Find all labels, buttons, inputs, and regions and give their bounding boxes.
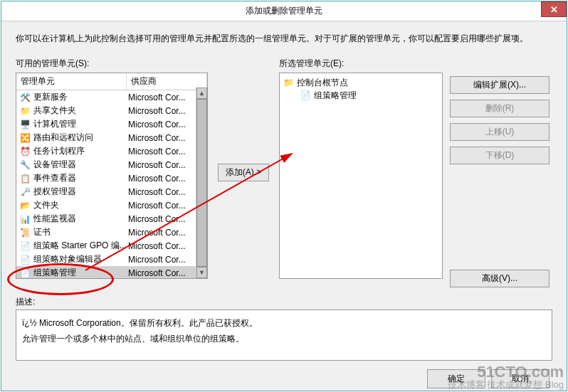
selected-label: 所选管理单元(E): <box>279 58 443 70</box>
list-item[interactable]: 🖥️计算机管理Microsoft Cor... <box>16 117 207 131</box>
snapin-name: 共享文件夹 <box>33 105 76 117</box>
snapin-icon: 🔀 <box>19 132 31 144</box>
snapin-name: 路由和远程访问 <box>33 132 93 144</box>
snapin-icon: ⏰ <box>19 146 31 157</box>
snapin-name: 计算机管理 <box>33 118 76 130</box>
snapin-icon: 🖥️ <box>19 119 31 130</box>
list-item[interactable]: 📊性能监视器Microsoft Cor... <box>16 212 207 226</box>
list-item[interactable]: 📋事件查看器Microsoft Cor... <box>16 171 207 185</box>
snapin-icon: 📜 <box>19 227 31 238</box>
snapin-name: 组策略管理 <box>33 267 76 278</box>
snapin-name: 文件夹 <box>33 199 59 211</box>
list-item[interactable]: ⏰任务计划程序Microsoft Cor... <box>16 144 207 158</box>
ok-button[interactable]: 确定 <box>427 369 485 388</box>
titlebar: 添加或删除管理单元 ✕ <box>1 1 567 21</box>
list-item[interactable]: 🛠️更新服务Microsoft Cor... <box>16 90 207 104</box>
tree-item[interactable]: 📄组策略管理 <box>283 89 439 102</box>
list-item[interactable]: 📁共享文件夹Microsoft Cor... <box>16 104 207 117</box>
list-item[interactable]: 📂文件夹Microsoft Cor... <box>16 198 207 212</box>
snapin-icon: 📁 <box>19 105 31 117</box>
tree-item-label: 组策略管理 <box>314 90 357 102</box>
list-item[interactable]: 🔧设备管理器Microsoft Cor... <box>16 158 207 171</box>
add-button[interactable]: 添加(A) > <box>218 164 269 181</box>
snapin-icon: 📄 <box>19 267 31 279</box>
scroll-up-icon[interactable]: ▲ <box>196 88 207 99</box>
list-item[interactable]: 📄组策略管理Microsoft Cor... <box>16 266 207 278</box>
snapin-name: 设备管理器 <box>33 159 76 171</box>
snapin-name: 证书 <box>33 226 51 238</box>
list-header: 管理单元 供应商 <box>16 73 207 90</box>
snapin-name: 组策略对象编辑器 <box>33 253 102 265</box>
dialog-window: 添加或删除管理单元 ✕ 你可以在计算机上为此控制台选择可用的管理单元并配置所选的… <box>1 1 567 391</box>
folder-icon: 📁 <box>283 77 294 88</box>
instruction-text: 你可以在计算机上为此控制台选择可用的管理单元并配置所选的一组管理单元。对于可扩展… <box>16 33 552 45</box>
move-down-button[interactable]: 下移(D) <box>450 147 549 164</box>
remove-button[interactable]: 删除(R) <box>450 100 549 117</box>
snapin-icon: 🗝️ <box>19 186 31 198</box>
snapin-icon: 📊 <box>19 213 31 225</box>
scroll-down-icon[interactable]: ▼ <box>196 267 207 278</box>
snapin-icon: 📂 <box>19 200 31 211</box>
advanced-button[interactable]: 高级(V)... <box>450 270 549 287</box>
list-item[interactable]: 📜证书Microsoft Cor... <box>16 226 207 239</box>
snapin-name: 任务计划程序 <box>33 145 85 157</box>
snapin-icon: 📄 <box>19 240 31 252</box>
cancel-button[interactable]: 取消 <box>491 369 549 388</box>
description-line1: ï¿½ Microsoft Corporation。保留所有权利。此产品已获授权… <box>22 316 546 332</box>
folder-icon: 📄 <box>300 90 311 101</box>
edit-extensions-button[interactable]: 编辑扩展(X)... <box>450 76 549 94</box>
column-snapin[interactable]: 管理单元 <box>16 73 127 90</box>
snapin-icon: 📄 <box>19 254 31 265</box>
snapin-icon: 🛠️ <box>19 92 31 103</box>
window-title: 添加或删除管理单元 <box>246 5 322 17</box>
list-item[interactable]: 📄组策略 Starter GPO 编...Microsoft Cor... <box>16 239 207 253</box>
list-item[interactable]: 📄组策略对象编辑器Microsoft Cor... <box>16 253 207 266</box>
snapin-icon: 📋 <box>19 173 31 184</box>
snapin-name: 事件查看器 <box>33 172 76 184</box>
close-icon: ✕ <box>550 4 558 15</box>
dialog-content: 你可以在计算机上为此控制台选择可用的管理单元并配置所选的一组管理单元。对于可扩展… <box>1 21 567 388</box>
scrollbar[interactable]: ▲ ▼ <box>196 88 207 278</box>
close-button[interactable]: ✕ <box>541 1 567 17</box>
move-up-button[interactable]: 上移(U) <box>450 123 549 141</box>
snapin-name: 授权管理器 <box>33 186 76 198</box>
available-label: 可用的管理单元(S): <box>16 58 208 70</box>
tree-item[interactable]: 📁控制台根节点 <box>283 76 439 89</box>
scroll-thumb[interactable] <box>196 99 207 267</box>
snapin-icon: 🔧 <box>19 159 31 171</box>
snapin-name: 组策略 Starter GPO 编... <box>33 240 127 252</box>
description-box: ï¿½ Microsoft Corporation。保留所有权利。此产品已获授权… <box>16 309 552 361</box>
description-line2: 允许管理一个或多个林中的站点、域和组织单位的组策略。 <box>22 332 546 347</box>
available-list[interactable]: 管理单元 供应商 🛠️更新服务Microsoft Cor...📁共享文件夹Mic… <box>16 73 208 279</box>
snapin-name: 更新服务 <box>33 91 68 103</box>
list-item[interactable]: 🔀路由和远程访问Microsoft Cor... <box>16 131 207 144</box>
list-item[interactable]: 🗝️授权管理器Microsoft Cor... <box>16 185 207 198</box>
selected-tree[interactable]: 📁控制台根节点📄组策略管理 <box>279 73 443 279</box>
description-label: 描述: <box>16 296 552 308</box>
snapin-name: 性能监视器 <box>33 213 76 225</box>
tree-item-label: 控制台根节点 <box>297 77 348 89</box>
